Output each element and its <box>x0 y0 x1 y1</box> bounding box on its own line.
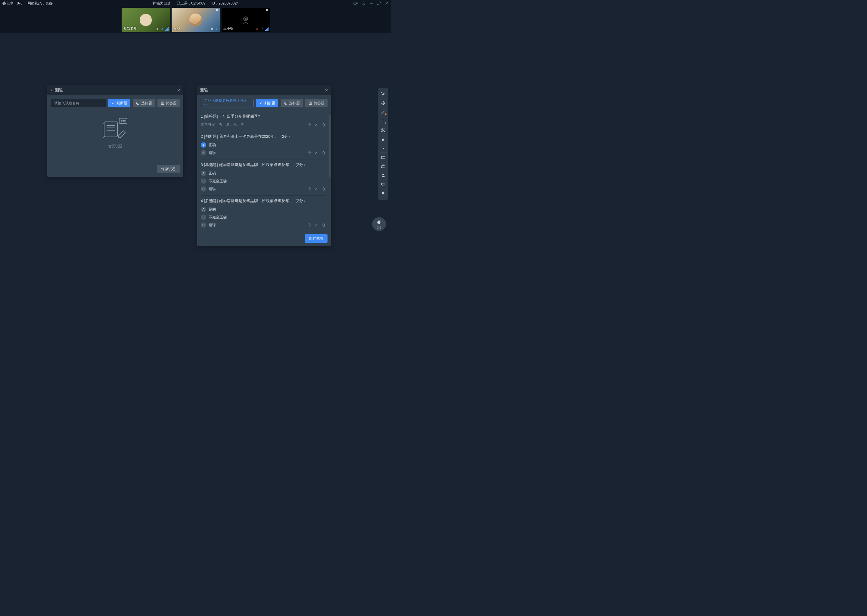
chat-tool[interactable] <box>378 180 388 189</box>
brightness-tool[interactable] <box>378 144 388 153</box>
svg-rect-7 <box>162 28 162 29</box>
eraser-tool[interactable] <box>378 135 388 144</box>
question-block: 4 [多选题] 施华洛世奇是反华品牌，所以梁鼎琪反华。（2分）A是的B不完全正确… <box>201 195 326 231</box>
network-status: 网络状态：良好 <box>27 1 53 6</box>
edit-question-icon[interactable] <box>314 151 318 155</box>
hand-icon <box>376 219 382 226</box>
move-question-icon[interactable] <box>307 123 311 127</box>
back-chevron-icon[interactable] <box>50 89 53 92</box>
video-tile-student-2[interactable]: ✕ 王小明 <box>222 8 270 32</box>
panel-header: 测验 ✕ <box>47 85 183 95</box>
choice-question-button[interactable]: 选择题 <box>281 99 303 107</box>
short-icon <box>161 101 165 105</box>
video-name: 叮当老师 <box>123 26 137 31</box>
video-row: 叮当老师 ✕ Nina ✕ 王小明 <box>0 6 391 33</box>
settings-icon[interactable] <box>361 1 366 5</box>
judge-icon <box>259 101 263 105</box>
remove-video-icon[interactable]: ✕ <box>265 8 268 12</box>
empty-text: 暂无试题 <box>108 144 123 149</box>
move-question-icon[interactable] <box>307 151 311 155</box>
judge-question-button[interactable]: 判断题 <box>256 99 278 107</box>
close-panel-icon[interactable]: ✕ <box>177 88 180 93</box>
option-label: 错误 <box>209 187 216 192</box>
close-window-icon[interactable] <box>385 1 389 5</box>
cursor-tool[interactable] <box>378 90 388 99</box>
delete-question-icon[interactable] <box>322 187 326 191</box>
option-letter: A <box>201 171 206 176</box>
short-answer-button[interactable]: 简答题 <box>305 99 328 107</box>
short-label: 简答题 <box>166 101 177 106</box>
maximize-icon[interactable] <box>377 1 381 5</box>
question-option[interactable]: A正确 <box>201 142 326 148</box>
option-label: 错误 <box>209 150 216 156</box>
empty-illustration-icon <box>102 118 129 140</box>
pen-tool[interactable] <box>378 108 388 117</box>
scrollbar[interactable] <box>329 115 331 178</box>
question-block: 3 [单选题] 施华洛世奇是反华品牌，所以梁鼎琪反华。（2分）A正确B不完全正确… <box>201 159 326 195</box>
judge-question-button[interactable]: 判断题 <box>108 99 130 107</box>
svg-point-27 <box>121 120 122 121</box>
video-name: Nina <box>173 27 180 31</box>
question-title: 4 [多选题] 施华洛世奇是反华品牌，所以梁鼎琪反华。（2分） <box>201 198 326 204</box>
video-tile-student-1[interactable]: ✕ Nina <box>172 8 220 32</box>
save-quiz-button[interactable]: 保存试卷 <box>305 234 328 243</box>
packet-loss: 丢包率：0% <box>2 1 22 6</box>
delete-question-icon[interactable] <box>322 151 326 155</box>
question-option[interactable]: A是的 <box>201 207 326 212</box>
option-label: 正确 <box>209 143 216 148</box>
question-title: 1 [简答题] 一年四季分别是哪四季? <box>201 114 326 119</box>
quiz-name-field[interactable]: 产品说试卷名称最多十六个字 <box>201 99 254 107</box>
signal-icon <box>265 27 268 31</box>
edit-question-icon[interactable] <box>314 123 318 127</box>
delete-question-icon[interactable] <box>322 123 326 127</box>
remove-video-icon[interactable]: ✕ <box>216 8 219 12</box>
quiz-name-input[interactable] <box>51 99 106 107</box>
question-option[interactable]: B错误 <box>201 150 326 156</box>
move-question-icon[interactable] <box>307 187 311 191</box>
minimize-icon[interactable] <box>369 1 373 5</box>
short-answer-button[interactable]: 简答题 <box>158 99 180 107</box>
option-label: 是的 <box>209 207 216 212</box>
svg-point-42 <box>382 174 384 175</box>
question-option[interactable]: C错误 <box>201 186 326 192</box>
toolbox-tool[interactable] <box>378 162 388 171</box>
choice-label: 选择题 <box>289 101 300 106</box>
svg-rect-0 <box>354 2 356 5</box>
option-letter: B <box>201 178 206 184</box>
text-tool[interactable]: T <box>378 117 388 126</box>
question-option[interactable]: A正确 <box>201 171 326 176</box>
hand-raise-badge[interactable]: 0/2 <box>372 217 386 231</box>
save-quiz-button[interactable]: 保存试卷 <box>157 165 180 173</box>
svg-rect-11 <box>216 28 217 29</box>
question-option[interactable]: C错译 <box>201 222 326 228</box>
question-option[interactable]: B不完全正确 <box>201 178 326 184</box>
move-tool[interactable] <box>378 99 388 108</box>
quiz-panel-empty: 测验 ✕ 判断题 选择题 简答题 <box>47 85 183 177</box>
close-panel-icon[interactable]: ✕ <box>325 88 328 93</box>
edit-question-icon[interactable] <box>314 187 318 191</box>
option-letter: A <box>201 142 206 148</box>
video-tile-teacher[interactable]: 叮当老师 <box>121 8 170 32</box>
svg-point-6 <box>157 28 158 29</box>
choice-question-button[interactable]: 选择题 <box>133 99 155 107</box>
mic-on-icon <box>260 27 264 31</box>
question-option[interactable]: B不完全正确 <box>201 214 326 220</box>
elapsed-time: 已上课：02:34:09 <box>177 1 205 6</box>
delete-question-icon[interactable] <box>322 223 326 227</box>
bell-tool[interactable] <box>378 189 388 198</box>
svg-rect-16 <box>262 28 263 29</box>
option-label: 不完全正确 <box>209 215 227 220</box>
svg-point-28 <box>123 120 124 121</box>
panel-title: 测验 <box>55 88 63 93</box>
option-label: 不完全正确 <box>209 179 227 184</box>
question-list: 1 [简答题] 一年四季分别是哪四季?参考答案：春、夏、秋、冬 2 [判断题] … <box>201 111 328 231</box>
folder-tool[interactable] <box>378 153 388 162</box>
edit-question-icon[interactable] <box>314 223 318 227</box>
scissors-tool[interactable] <box>378 126 388 135</box>
svg-point-13 <box>245 18 247 20</box>
person-tool[interactable] <box>378 171 388 180</box>
move-question-icon[interactable] <box>307 223 311 227</box>
camera-switch-icon[interactable] <box>353 1 358 5</box>
panel-title: 测验 <box>200 88 208 93</box>
question-title: 3 [单选题] 施华洛世奇是反华品牌，所以梁鼎琪反华。（2分） <box>201 162 326 168</box>
